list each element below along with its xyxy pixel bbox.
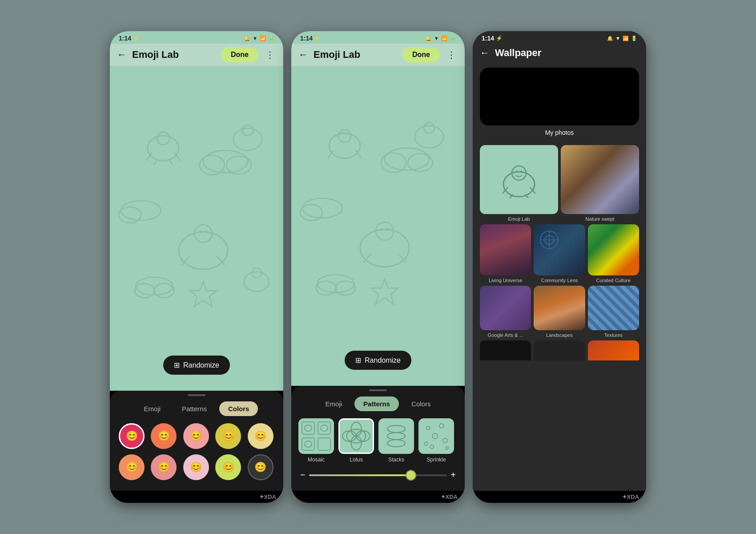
tab-patterns-1[interactable]: Patterns	[173, 401, 216, 416]
tab-colors-2[interactable]: Colors	[402, 396, 439, 411]
color-swatch-light-yellow[interactable]: 😊	[248, 423, 273, 449]
color-swatch-peach[interactable]: 😊	[119, 454, 145, 480]
app-title-1: Emoji Lab	[132, 49, 216, 61]
app-title-2: Emoji Lab	[314, 49, 397, 61]
color-swatch-pink[interactable]: 😊	[183, 423, 209, 449]
wp-thumb-community-lens	[534, 224, 585, 275]
wp-label-emoji-lab: Emoji Lab	[508, 216, 530, 222]
bolt-icon-1: ⚡	[133, 35, 140, 41]
wp-item-nature-swept[interactable]: Nature swept	[561, 145, 639, 222]
status-left-3: 1:14 ⚡	[482, 35, 503, 42]
community-lens-bg	[534, 224, 585, 275]
status-right-3: 🔔 ▼ 📶 🔋	[607, 36, 637, 41]
panel-handle-2	[369, 389, 387, 391]
pattern-sprinkle[interactable]: Sprinkle	[418, 418, 454, 463]
svg-point-6	[203, 150, 248, 173]
wallpaper-preview-2: ⊞ Randomize	[291, 66, 465, 386]
wp-label-google-arts: Google Arts & ...	[488, 332, 523, 338]
svg-point-12	[119, 207, 141, 223]
xda-bar-3: ✦XDA	[473, 491, 646, 503]
wp-item-landscapes[interactable]: Landscapes	[534, 286, 585, 338]
my-photos-section: My photos	[473, 62, 646, 145]
time-1: 1:14	[119, 35, 131, 42]
pattern-thumb-sprinkle	[418, 418, 454, 454]
my-photos-label: My photos	[480, 129, 639, 136]
tab-patterns-2[interactable]: Patterns	[354, 396, 399, 411]
svg-marker-42	[371, 279, 398, 304]
color-swatch-red[interactable]: 😊	[119, 423, 145, 449]
pattern-label-lotus: Lotus	[350, 457, 362, 463]
svg-point-31	[408, 154, 433, 172]
wp-thumb-landscapes	[534, 286, 585, 330]
randomize-button-2[interactable]: ⊞ Randomize	[345, 351, 411, 370]
wallpaper-preview-1: ⊞ Randomize	[110, 66, 283, 391]
color-swatch-yellow[interactable]: 😊	[215, 423, 241, 449]
slider-minus[interactable]: −	[300, 470, 306, 480]
wp-item-curated-culture[interactable]: Curated Culture	[588, 224, 639, 283]
slider-thumb[interactable]	[406, 470, 416, 481]
svg-line-4	[153, 159, 158, 165]
tab-emoji-1[interactable]: Emoji	[135, 401, 170, 416]
wp-item-textures[interactable]: Textures	[588, 286, 639, 338]
wifi-icon-1: 📶	[260, 36, 266, 41]
wallpaper-content: My photos	[473, 62, 646, 491]
landscapes-bg	[534, 286, 585, 330]
pattern-bg-1	[110, 66, 283, 391]
svg-point-16	[205, 231, 207, 233]
my-photos-thumbnail[interactable]	[480, 68, 639, 125]
svg-marker-19	[190, 282, 217, 307]
curated-culture-bg	[588, 224, 639, 275]
svg-line-5	[169, 159, 173, 165]
wp-thumb-curated-culture	[588, 224, 639, 275]
bottom-panel-1: Emoji Patterns Colors 😊 😊 😊 😊 😊 😊 😊 😊 😊 …	[110, 391, 283, 491]
pattern-lotus[interactable]: Lotus	[338, 418, 374, 463]
done-button-1[interactable]: Done	[221, 47, 258, 62]
nature-swept-bg	[561, 145, 639, 214]
more-button-2[interactable]: ⋮	[445, 48, 458, 62]
back-button-2[interactable]: ←	[298, 49, 308, 61]
color-swatch-green[interactable]: 😊	[215, 454, 241, 480]
panel-tabs-2: Emoji Patterns Colors	[291, 396, 465, 411]
phone-3: 1:14 ⚡ 🔔 ▼ 📶 🔋 ← Wallpaper My photos	[473, 31, 646, 503]
wp-label-living-universe: Living Universe	[489, 278, 522, 283]
slider-plus[interactable]: +	[450, 470, 456, 480]
wp-label-nature-swept: Nature swept	[586, 216, 615, 222]
pattern-thumb-mosaic	[298, 418, 334, 454]
slider-track[interactable]	[309, 474, 447, 476]
back-button-1[interactable]: ←	[117, 49, 127, 61]
done-button-2[interactable]: Done	[402, 47, 440, 62]
svg-point-38	[381, 228, 383, 231]
pattern-mosaic[interactable]: Mosaic	[298, 418, 334, 463]
svg-point-39	[386, 228, 389, 231]
tab-colors-1[interactable]: Colors	[219, 401, 258, 416]
pattern-label-sprinkle: Sprinkle	[426, 457, 446, 463]
status-bar-2: 1:14 ⚡ 🔔 ▼ 📶 🔋	[291, 31, 465, 44]
svg-point-74	[516, 170, 518, 173]
svg-point-37	[376, 222, 394, 240]
svg-point-25	[329, 134, 360, 158]
color-swatch-rose[interactable]: 😊	[151, 454, 177, 480]
pattern-thumb-stacks	[378, 418, 414, 454]
wp-item-emoji-lab[interactable]: Emoji Lab	[480, 145, 558, 222]
wp-thumb-nature-swept	[561, 145, 639, 214]
wp-item-community-lens[interactable]: Community Lens	[534, 224, 585, 283]
notification-icon-1: 🔔	[244, 36, 250, 41]
color-swatch-orange[interactable]: 😊	[151, 423, 177, 449]
randomize-button-1[interactable]: ⊞ Randomize	[163, 356, 230, 375]
pattern-stacks[interactable]: Stacks	[378, 418, 414, 463]
svg-point-36	[360, 230, 409, 267]
time-3: 1:14	[482, 35, 494, 42]
status-right-2: 🔔 ▼ 📶 🔋	[426, 36, 456, 41]
more-button-1[interactable]: ⋮	[264, 48, 276, 62]
signal-icon-1: ▼	[253, 36, 257, 41]
color-swatch-outline[interactable]: 😊	[248, 454, 273, 480]
tab-emoji-2[interactable]: Emoji	[317, 396, 351, 411]
slider-fill	[309, 474, 413, 476]
back-button-3[interactable]: ←	[480, 47, 490, 59]
xda-watermark-3: ✦XDA	[622, 494, 639, 500]
wp-item-google-arts[interactable]: Google Arts & ...	[480, 286, 531, 338]
svg-point-0	[148, 136, 179, 161]
color-swatch-light-pink[interactable]: 😊	[183, 454, 209, 480]
wp-item-living-universe[interactable]: Living Universe	[480, 224, 531, 283]
svg-point-30	[381, 153, 406, 173]
